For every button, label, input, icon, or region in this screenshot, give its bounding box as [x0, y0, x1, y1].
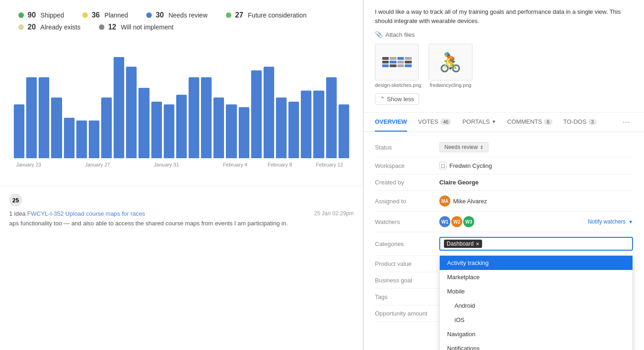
chart-bar: [339, 104, 349, 158]
idea-text: aps functionality too — and also able to…: [9, 220, 354, 227]
sketch-preview: [379, 53, 415, 71]
chart-bar: [64, 118, 75, 158]
show-less-button[interactable]: ⌃ Show less: [375, 93, 419, 105]
legend-count: 90: [28, 11, 36, 19]
legend-label: Shipped: [40, 11, 64, 19]
fields-section: Status Needs review ⇕ Workspace □ Fredwi…: [364, 132, 644, 327]
chart-bar: [126, 67, 137, 158]
legend-label: Future consideration: [248, 11, 307, 19]
x-axis-label: January 23: [16, 162, 41, 167]
idea-timestamp: 25 Jan 02:29pm: [314, 210, 354, 217]
status-row: Status Needs review ⇕: [375, 138, 633, 157]
status-label: Status: [375, 144, 439, 151]
workspace-value: □ Fredwin Cycling: [439, 162, 492, 169]
chart-bar: [301, 91, 311, 158]
assigned-to-value: MA Mike Alvarez: [439, 195, 487, 207]
dropdown-item[interactable]: Android: [440, 298, 632, 313]
chart-bar: [14, 104, 24, 158]
dropdown-item[interactable]: Activity tracking: [440, 256, 632, 270]
category-tag-label: Dashboard: [447, 241, 474, 247]
status-badge[interactable]: Needs review ⇕: [439, 142, 489, 152]
tab-votes[interactable]: VOTES 46: [418, 113, 451, 132]
x-axis-label: February 4: [223, 162, 247, 167]
chart-bar: [26, 77, 37, 158]
x-axis-label: February 8: [268, 162, 292, 167]
categories-label: Categories: [375, 241, 439, 247]
categories-dropdown[interactable]: Activity trackingMarketplaceMobileAndroi…: [439, 255, 633, 350]
dropdown-item[interactable]: Navigation: [440, 327, 632, 341]
legend-item: 12 Will not implement: [99, 23, 173, 31]
chart-bar: [189, 77, 199, 158]
more-menu-button[interactable]: ···: [619, 114, 633, 131]
description-text: I would like a way to track all of my tr…: [375, 7, 633, 25]
status-text: Needs review: [444, 144, 478, 150]
legend-label: Already exists: [40, 23, 80, 31]
legend-dot: [226, 12, 231, 18]
legend-item: 20 Already exists: [18, 23, 80, 31]
chart-bar: [51, 98, 62, 158]
idea-prefix: 1 idea: [9, 210, 25, 217]
count-badge: 25: [9, 194, 22, 207]
category-remove-button[interactable]: ✕: [476, 241, 479, 247]
chart-bar: [89, 120, 99, 158]
idea-link-anchor[interactable]: FWCYL-I-352 Upload course maps for races: [27, 210, 145, 217]
assigned-to-row: Assigned to MA Mike Alvarez: [375, 191, 633, 212]
tab-todos[interactable]: TO-DOS 3: [564, 113, 597, 132]
attachment-thumb-2[interactable]: 🚴: [429, 44, 472, 80]
tabs: OVERVIEW VOTES 46 PORTALS ▼ COMMENTS 6 T…: [364, 113, 644, 132]
legend-item: 30 Needs review: [146, 11, 207, 19]
created-by-row: Created by Claire George: [375, 174, 633, 191]
dropdown-item[interactable]: iOS: [440, 313, 632, 327]
tab-overview[interactable]: OVERVIEW: [375, 113, 407, 132]
attach-label: Attach files: [385, 31, 415, 38]
cycling-icon: 🚴: [439, 52, 462, 73]
tab-comments[interactable]: COMMENTS 6: [507, 113, 552, 132]
legend-item: 27 Future consideration: [226, 11, 306, 19]
x-axis: January 23January 27January 31February 4…: [9, 158, 354, 169]
description-section: I would like a way to track all of my tr…: [364, 0, 644, 113]
assigned-to-label: Assigned to: [375, 198, 439, 205]
legend-item: 90 Shipped: [18, 11, 64, 19]
legend-count: 27: [235, 11, 243, 19]
legend-dot: [99, 24, 104, 30]
chart-bar: [251, 70, 262, 158]
legend: 90 Shipped 36 Planned 30 Needs review 27…: [0, 0, 363, 39]
legend-dot: [82, 12, 88, 18]
tab-portals[interactable]: PORTALS ▼: [462, 113, 496, 132]
chart-bar: [326, 77, 337, 158]
created-by-value: Claire George: [439, 179, 478, 186]
x-axis-label: January 27: [85, 162, 110, 167]
chart-bar: [39, 77, 49, 158]
legend-dot: [146, 12, 152, 18]
creator-name: Claire George: [439, 179, 478, 186]
watchers-label: Watchers: [375, 218, 439, 225]
chevron-up-icon: ⌃: [380, 96, 385, 103]
category-tag-dashboard: Dashboard ✕: [444, 240, 482, 248]
workspace-name: Fredwin Cycling: [449, 162, 492, 169]
legend-item: 36 Planned: [82, 11, 128, 19]
bars-container: [9, 43, 354, 158]
categories-input[interactable]: Dashboard ✕: [439, 237, 633, 251]
chart-bar: [138, 88, 149, 158]
comments-badge: 6: [544, 119, 552, 125]
votes-badge: 46: [440, 119, 451, 125]
attachment-thumb-1[interactable]: [375, 44, 419, 80]
attach-files-button[interactable]: 📎 Attach files: [375, 31, 633, 38]
dropdown-item[interactable]: Marketplace: [440, 270, 632, 284]
show-less-label: Show less: [387, 96, 414, 103]
notify-arrow-icon: ▼: [628, 219, 633, 224]
workspace-icon: □: [439, 162, 447, 169]
notify-watchers-button[interactable]: Notify watchers: [588, 218, 626, 225]
product-value-label: Product value: [375, 260, 439, 267]
legend-count: 20: [28, 23, 36, 31]
chart-bar: [226, 104, 236, 158]
workspace-label: Workspace: [375, 162, 439, 169]
chart-bar: [151, 102, 162, 158]
chart-bar: [164, 104, 174, 158]
idea-link: 25 Jan 02:29pm 1 idea FWCYL-I-352 Upload…: [9, 210, 354, 217]
legend-label: Needs review: [168, 11, 207, 19]
dropdown-item[interactable]: Mobile: [440, 284, 632, 298]
watcher-avatar-3: W3: [463, 216, 474, 227]
x-axis-label: February 12: [316, 162, 343, 167]
dropdown-item[interactable]: Notifications: [440, 341, 632, 350]
